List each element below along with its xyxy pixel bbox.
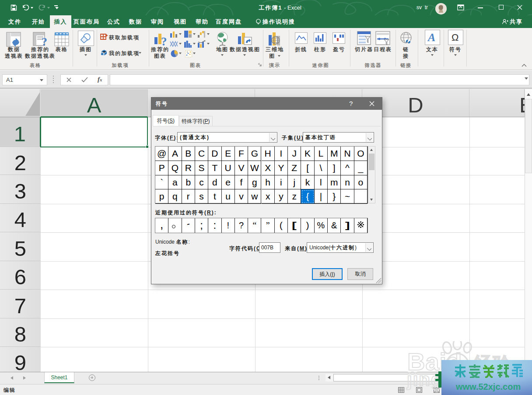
svg-text:?: ?: [161, 35, 167, 47]
svg-text:?: ?: [42, 35, 47, 47]
